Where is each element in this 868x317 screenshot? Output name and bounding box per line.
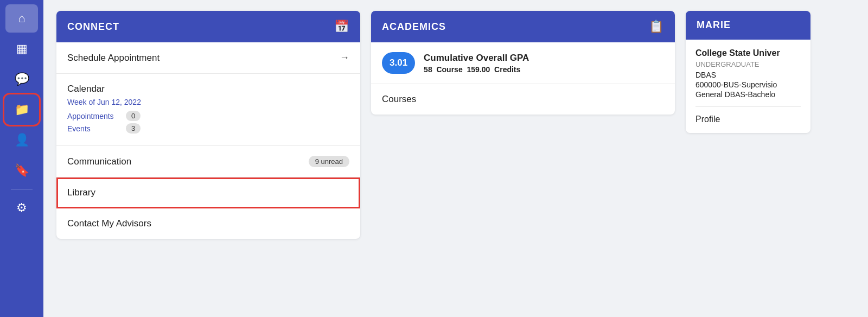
sidebar-item-home[interactable]: ⌂ — [5, 4, 38, 33]
home-icon: ⌂ — [18, 11, 25, 26]
appointments-count: 0 — [126, 111, 141, 121]
calendar-icon: ▦ — [16, 42, 28, 56]
sidebar-item-bookmark[interactable]: 🔖 — [5, 156, 38, 185]
cards-row: CONNECT 📅 Schedule Appointment → Calenda… — [56, 11, 855, 306]
calendar-title: Calendar — [67, 84, 349, 94]
main-content: CONNECT 📅 Schedule Appointment → Calenda… — [43, 0, 868, 317]
calendar-section: Calendar Week of Jun 12, 2022 Appointmen… — [56, 74, 360, 146]
person-icon: 👤 — [15, 133, 29, 147]
sidebar: ⌂ ▦ 💬 📁 👤 🔖 ⚙ — [0, 0, 43, 317]
connect-body: Schedule Appointment → Calendar Week of … — [56, 42, 360, 239]
contact-label: Contact My Advisors — [67, 218, 151, 229]
marie-level: UNDERGRADUATE — [695, 60, 801, 68]
connect-title: CONNECT — [67, 21, 119, 33]
academics-header: ACADEMICS 📋 — [371, 11, 675, 42]
library-label: Library — [67, 187, 95, 198]
marie-program: DBAS — [695, 71, 801, 79]
gpa-badge: 3.01 — [382, 52, 415, 74]
schedule-label: Schedule Appointment — [67, 53, 159, 64]
courses-item[interactable]: Courses — [371, 84, 675, 115]
messages-icon: 💬 — [15, 72, 29, 86]
profile-link[interactable]: Profile — [695, 115, 801, 124]
communication-label: Communication — [67, 156, 131, 167]
folder-icon: 📁 — [15, 103, 29, 117]
courses-label: Courses — [382, 94, 416, 104]
marie-code: 600000-BUS-Supervisio — [695, 80, 801, 89]
sidebar-item-person[interactable]: 👤 — [5, 126, 38, 154]
bookmark-icon: 🔖 — [15, 163, 29, 177]
connect-calendar-icon: 📅 — [334, 20, 349, 34]
communication-item[interactable]: Communication 9 unread — [56, 146, 360, 177]
events-label: Events — [67, 124, 122, 133]
gpa-title: Cumulative Overall GPA — [424, 53, 529, 64]
course-count: 58 — [424, 65, 432, 74]
marie-divider — [695, 106, 801, 107]
schedule-arrow-icon: → — [340, 52, 349, 64]
academics-body: 3.01 Cumulative Overall GPA 58 Course 15… — [371, 42, 675, 115]
marie-university: College State Univer — [695, 48, 801, 58]
marie-header: MARIE — [686, 11, 810, 40]
library-item[interactable]: Library — [56, 177, 360, 208]
connect-header: CONNECT 📅 — [56, 11, 360, 42]
academics-title: ACADEMICS — [382, 21, 446, 33]
unread-badge: 9 unread — [309, 156, 349, 167]
sidebar-item-messages[interactable]: 💬 — [5, 65, 38, 93]
settings-icon: ⚙ — [16, 201, 27, 215]
credits-value: 159.00 — [467, 65, 490, 74]
sidebar-item-folder[interactable]: 📁 — [5, 96, 38, 124]
connect-card: CONNECT 📅 Schedule Appointment → Calenda… — [56, 11, 360, 239]
gpa-detail: 58 Course 159.00 Credits — [424, 65, 529, 74]
marie-degree: General DBAS-Bachelo — [695, 90, 801, 99]
events-row: Events 3 — [67, 123, 349, 134]
sidebar-item-calendar[interactable]: ▦ — [5, 35, 38, 63]
marie-card: MARIE College State Univer UNDERGRADUATE… — [686, 11, 810, 133]
gpa-info: Cumulative Overall GPA 58 Course 159.00 … — [424, 53, 529, 74]
events-count: 3 — [126, 123, 141, 134]
academics-card: ACADEMICS 📋 3.01 Cumulative Overall GPA … — [371, 11, 675, 115]
appointments-row: Appointments 0 — [67, 111, 349, 121]
academics-doc-icon: 📋 — [649, 20, 664, 34]
marie-body: College State Univer UNDERGRADUATE DBAS … — [686, 40, 810, 133]
contact-advisors-item[interactable]: Contact My Advisors — [56, 208, 360, 239]
credits-label: Credits — [494, 65, 520, 74]
sidebar-item-settings[interactable]: ⚙ — [5, 194, 38, 222]
marie-title: MARIE — [697, 20, 731, 31]
sidebar-divider — [11, 189, 33, 189]
course-label: Course — [436, 65, 462, 74]
gpa-section: 3.01 Cumulative Overall GPA 58 Course 15… — [371, 42, 675, 84]
schedule-appointment-item[interactable]: Schedule Appointment → — [56, 42, 360, 74]
calendar-week: Week of Jun 12, 2022 — [67, 98, 349, 106]
appointments-label: Appointments — [67, 112, 122, 121]
